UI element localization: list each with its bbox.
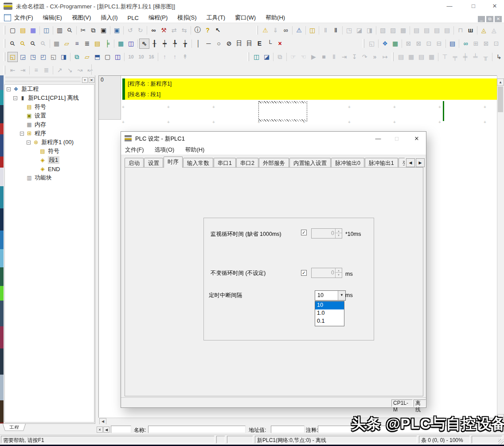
coil-closed-icon[interactable]: ⊘ bbox=[224, 39, 234, 49]
help-icon[interactable]: ? bbox=[203, 25, 213, 35]
pause-icon[interactable]: Ⅱ bbox=[331, 25, 341, 35]
menu-item-0[interactable]: 文件(F) bbox=[14, 14, 33, 22]
menu-item-4[interactable]: PLC bbox=[128, 15, 139, 21]
menu-item-2[interactable]: 视图(V) bbox=[72, 14, 91, 22]
vertical-scroll-thumb[interactable] bbox=[498, 86, 503, 112]
watch-cycle-time-spinner[interactable]: 0 ▲▼ bbox=[311, 228, 342, 239]
build-window-icon[interactable]: ◲ bbox=[18, 52, 28, 62]
menu-item-3[interactable]: 插入(I) bbox=[101, 14, 117, 22]
tree-item-3[interactable]: ▣设置 bbox=[5, 111, 94, 120]
print-preview-icon[interactable]: ⚲ bbox=[65, 25, 75, 35]
symbol-bar-collapse-icon[interactable]: ◀ bbox=[103, 426, 109, 433]
diagram-window-icon[interactable]: ⧉ bbox=[72, 52, 82, 62]
tree-expander-icon[interactable]: − bbox=[27, 141, 31, 145]
tab-启动[interactable]: 启动 bbox=[125, 158, 144, 168]
set-protect-icon[interactable]: ◬ bbox=[479, 25, 489, 35]
io-spacing-icon[interactable]: ≣ bbox=[82, 39, 92, 49]
tree-item-8[interactable]: ◈段1 bbox=[5, 156, 94, 164]
tree-expander-icon[interactable]: − bbox=[20, 132, 24, 136]
context-help-icon[interactable]: ↖ bbox=[213, 25, 223, 35]
dialog-minimize-button[interactable]: — bbox=[371, 135, 385, 142]
toolbar-grip[interactable] bbox=[4, 66, 5, 74]
select-tool-icon[interactable]: ⇖ bbox=[139, 39, 149, 49]
tab-脉冲输出1[interactable]: 脉冲输出1 bbox=[365, 158, 398, 168]
find-in-project-icon[interactable]: ◫ bbox=[41, 25, 51, 35]
toolbar-grip[interactable] bbox=[4, 39, 5, 48]
fixed-cycle-time-checkbox[interactable]: ✓ bbox=[301, 270, 307, 276]
binary-window-icon[interactable]: ◫ bbox=[113, 52, 123, 62]
toolbar-grip[interactable] bbox=[4, 26, 5, 35]
selection-rectangle[interactable] bbox=[258, 101, 307, 121]
find-icon[interactable]: ∞ bbox=[148, 25, 159, 35]
contact-no-icon[interactable]: ╂ bbox=[149, 39, 160, 49]
dialog-menu-item-0[interactable]: 文件(F) bbox=[125, 146, 144, 154]
ci-view-icon[interactable]: ◫ bbox=[126, 39, 136, 49]
grid-toggle-icon[interactable]: ▦ bbox=[51, 39, 62, 49]
tree-item-9[interactable]: ◈END bbox=[5, 164, 94, 173]
menu-item-1[interactable]: 编辑(E) bbox=[43, 14, 62, 22]
horizontal-line-icon[interactable]: ─ bbox=[203, 39, 214, 49]
instruction-icon[interactable]: E bbox=[254, 39, 265, 49]
tab-设置[interactable]: 设置 bbox=[144, 158, 163, 168]
tree-expander-icon[interactable]: − bbox=[13, 96, 17, 100]
menu-item-9[interactable]: 帮助(H) bbox=[266, 14, 285, 22]
watch-win-icon[interactable]: ◳ bbox=[28, 52, 38, 62]
rung-comment-icon[interactable]: ▱ bbox=[62, 39, 72, 49]
watch-window-icon[interactable]: ∞ bbox=[461, 39, 471, 49]
return-icon[interactable]: ↳ bbox=[494, 52, 504, 62]
crossref-window-icon[interactable]: ◰ bbox=[38, 52, 48, 62]
tree-expander-icon[interactable]: − bbox=[7, 87, 11, 91]
tree-item-0[interactable]: −❖新工程 bbox=[5, 85, 94, 94]
tree-item-2[interactable]: ▤符号 bbox=[5, 102, 94, 111]
tab-外部服务[interactable]: 外部服务 bbox=[259, 158, 289, 168]
function-block-inv-icon[interactable]: 目 bbox=[244, 39, 254, 49]
plain-window-icon[interactable]: ▢ bbox=[102, 52, 113, 62]
dropdown-option-0.1[interactable]: 0.1 bbox=[315, 317, 344, 325]
fixed-cycle-time-spinner[interactable]: 0 ▲▼ bbox=[311, 268, 342, 278]
address-reference-icon[interactable]: ▤ bbox=[447, 39, 457, 49]
print-icon[interactable]: ▥ bbox=[55, 25, 65, 35]
contact-or-no-icon[interactable]: ╄ bbox=[170, 39, 180, 49]
menu-item-5[interactable]: 编程(P) bbox=[148, 14, 168, 22]
memory-view-icon[interactable]: ▦ bbox=[390, 39, 400, 49]
dropdown-option-1.0[interactable]: 1.0 bbox=[315, 309, 344, 317]
plc-settings-window-icon[interactable]: ◪ bbox=[262, 52, 272, 62]
name-field[interactable] bbox=[148, 426, 246, 433]
toolbar-grip[interactable] bbox=[256, 26, 258, 35]
contact-nc-icon[interactable]: ┿ bbox=[160, 39, 170, 49]
replace-icon[interactable]: ⚒ bbox=[159, 25, 169, 35]
minimize-button[interactable]: — bbox=[443, 4, 456, 10]
toolbar-grip[interactable] bbox=[392, 52, 394, 61]
spinner-arrows[interactable]: ▲▼ bbox=[335, 229, 342, 238]
dialog-menu-item-2[interactable]: 帮助(H) bbox=[185, 146, 204, 154]
scroll-up-icon[interactable]: ▲ bbox=[497, 78, 504, 86]
toolbar-grip[interactable] bbox=[247, 52, 249, 61]
watch-cycle-time-checkbox[interactable]: ✓ bbox=[301, 230, 307, 235]
close-button[interactable]: ✕ bbox=[488, 4, 501, 10]
paste-special-icon[interactable]: ▣ bbox=[112, 25, 122, 35]
tree-item-1[interactable]: −▮新PLC1[CP1L] 离线 bbox=[5, 94, 94, 102]
panel-close-button[interactable]: ✕ bbox=[89, 77, 94, 83]
menu-item-7[interactable]: 工具(T) bbox=[207, 14, 226, 22]
tab-串口1[interactable]: 串口1 bbox=[214, 158, 236, 168]
dialog-close-button[interactable]: ✕ bbox=[410, 135, 423, 142]
editor-vertical-scrollbar[interactable] bbox=[497, 76, 504, 424]
tab-scroll-left-icon[interactable]: ◀ bbox=[406, 158, 415, 167]
dropdown-option-10[interactable]: 10 bbox=[315, 301, 344, 309]
menu-item-8[interactable]: 窗口(W) bbox=[235, 14, 256, 22]
project-tab[interactable]: 工程 bbox=[3, 424, 26, 431]
symbol-table-icon[interactable]: ❖ bbox=[380, 39, 390, 49]
paste-icon[interactable]: ▣ bbox=[98, 25, 109, 35]
tree-item-4[interactable]: ▦内存 bbox=[5, 120, 94, 129]
menu-item-6[interactable]: 模拟(S) bbox=[177, 14, 196, 22]
line-delete-icon[interactable]: × bbox=[275, 39, 285, 49]
coil-icon[interactable]: ○ bbox=[214, 39, 224, 49]
chevron-down-icon[interactable]: ▼ bbox=[338, 291, 345, 300]
transfer-to-plc-icon[interactable]: ⚠ bbox=[294, 25, 304, 35]
panel-grip[interactable] bbox=[5, 77, 81, 82]
vertical-line-icon[interactable]: │ bbox=[193, 39, 203, 49]
info-icon[interactable]: ⓘ bbox=[192, 25, 203, 35]
tree-item-6[interactable]: −⊛新程序1 (00) bbox=[5, 138, 94, 147]
differential-monitor-icon[interactable]: ш bbox=[465, 25, 476, 35]
mdi-close-button[interactable]: ✕ bbox=[495, 16, 502, 22]
